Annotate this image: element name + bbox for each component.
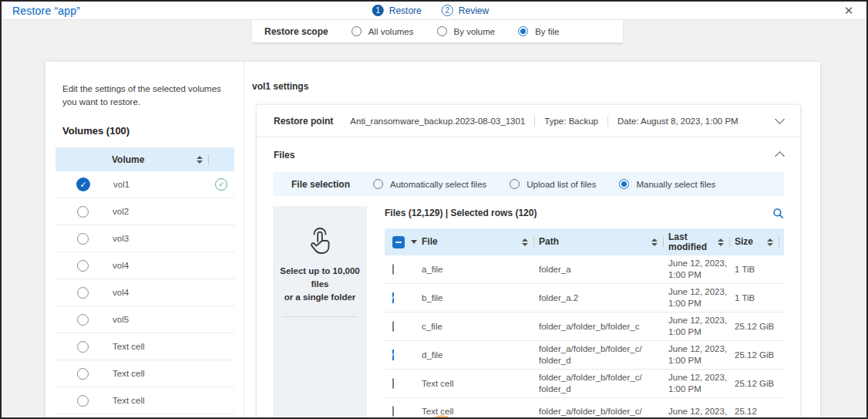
file-row[interactable]: b_file folder_a.2 June 12, 2023, 1:00 PM… [385, 284, 784, 313]
file-name-cell: c_file [422, 319, 539, 335]
file-row[interactable]: c_file folder_a/folder_b/folder_c June 1… [385, 313, 784, 341]
column-header-file[interactable]: File [422, 237, 539, 247]
radio-icon[interactable] [373, 179, 383, 189]
chevron-up-icon [775, 151, 785, 161]
modified-cell: June 12, 2023, 1:00 PM [668, 313, 735, 340]
volume-row[interactable]: Text cell [56, 333, 234, 360]
volume-row[interactable]: vol4 [56, 252, 234, 279]
column-header-modified[interactable]: Last modified [668, 232, 735, 252]
row-checkbox[interactable] [392, 264, 394, 275]
size-cell: 1 TiB [735, 262, 784, 278]
row-checkbox[interactable] [392, 321, 394, 332]
volume-row[interactable]: Text cell [56, 387, 234, 414]
radio-icon[interactable] [619, 179, 629, 189]
volume-row[interactable]: Text cell [56, 360, 234, 387]
files-count-label: Files (12,129) | Selected rows (120) [385, 208, 537, 218]
scope-option-by-volume[interactable]: By volume [437, 26, 496, 36]
sort-icon[interactable] [197, 156, 203, 164]
radio-icon[interactable] [510, 179, 520, 189]
sort-icon[interactable] [718, 238, 724, 246]
step-review[interactable]: 2 Review [442, 5, 489, 16]
volumes-description: Edit the settings of the selected volume… [62, 83, 227, 109]
file-name-cell: b_file [422, 290, 539, 306]
select-all-checkbox[interactable] [392, 236, 405, 248]
column-divider[interactable] [729, 237, 730, 247]
volumes-panel: Edit the settings of the selected volume… [45, 62, 244, 419]
files-collapse-button[interactable] [776, 150, 783, 160]
restore-scope-bar: Restore scope All volumes By volume By f… [252, 20, 623, 42]
file-selection-option-manual[interactable]: Manually select files [619, 179, 715, 189]
row-checkbox[interactable] [392, 292, 394, 303]
file-name-cell: d_file [422, 347, 539, 363]
select-all-cell [385, 236, 422, 248]
row-checkbox[interactable] [392, 350, 394, 360]
modified-cell: June 12, 2023, 1:00 PM [668, 370, 735, 397]
volume-radio[interactable] [77, 287, 89, 299]
volumes-table: Volume vol1 vol2 vol3 [56, 147, 234, 414]
restore-point-expand-button[interactable] [776, 119, 783, 123]
modified-cell: June 12, 2023, 1:00 PM [668, 255, 735, 283]
volume-radio[interactable] [77, 206, 89, 218]
hint-text: Select up to 10,000 files or a single fo… [273, 265, 367, 304]
search-button[interactable] [772, 208, 784, 219]
value-divider [534, 116, 535, 127]
sort-icon[interactable] [522, 238, 528, 246]
sort-icon[interactable] [651, 238, 658, 246]
dialog-header: Restore “app” 1 Restore 2 Review [2, 2, 866, 20]
step-label: Restore [389, 5, 422, 16]
file-selection-option-automatic[interactable]: Automatically select files [373, 179, 486, 189]
file-row[interactable]: Text cell folder_a/folder_b/folder_c/ fo… [385, 370, 784, 398]
file-row[interactable]: a_file folder_a June 12, 2023, 1:00 PM 1… [385, 255, 784, 284]
path-cell: folder_a/folder_b/folder_c/ folder_d [539, 341, 668, 369]
column-divider[interactable] [208, 154, 209, 164]
files-section-header: Files [257, 137, 800, 172]
scope-option-all-volumes[interactable]: All volumes [352, 26, 414, 36]
restore-point-type: Type: Backup [544, 117, 598, 126]
column-header-size[interactable]: Size [735, 237, 784, 247]
step-label: Review [459, 5, 489, 16]
radio-icon[interactable] [352, 26, 362, 36]
wizard-stepper: 1 Restore 2 Review [372, 5, 489, 16]
close-icon[interactable] [842, 4, 856, 18]
sort-icon[interactable] [767, 238, 773, 246]
volume-radio[interactable] [76, 177, 90, 191]
modified-cell: June 12, 2023, 1:00 PM [668, 341, 735, 369]
row-checkbox[interactable] [392, 406, 394, 417]
files-body: Select up to 10,000 files or a single fo… [257, 196, 800, 419]
size-cell: 1 TiB [735, 290, 784, 306]
path-cell: folder_a/folder_b/folder_c/ folder_d [539, 370, 668, 397]
volume-row[interactable]: vol1 [56, 171, 234, 198]
radio-icon[interactable] [518, 26, 528, 36]
files-table-header: File Path Last modified [385, 228, 784, 255]
main-card: Edit the settings of the selected volume… [45, 62, 820, 419]
select-dropdown-caret-icon[interactable] [411, 240, 417, 244]
row-checkbox[interactable] [392, 378, 394, 389]
volume-radio[interactable] [77, 368, 89, 380]
files-table-summary: Files (12,129) | Selected rows (120) [385, 206, 784, 220]
step-restore[interactable]: 1 Restore [372, 5, 422, 16]
restore-point-date: Date: August 8, 2023, 1:00 PM [617, 117, 738, 126]
file-selection-option-upload[interactable]: Upload list of files [510, 179, 596, 189]
settings-panel: vol1 settings Restore point Anti_ransomw… [244, 62, 820, 419]
volume-radio[interactable] [77, 233, 89, 245]
volume-row[interactable]: vol5 [56, 306, 234, 333]
volume-row[interactable]: vol3 [56, 225, 234, 252]
volume-column-header: Volume [112, 154, 144, 165]
path-cell: folder_a/folder_b/folder_c [539, 319, 668, 335]
radio-icon[interactable] [437, 26, 447, 36]
scope-option-by-file[interactable]: By file [518, 26, 559, 36]
file-selection-bar: File selection Automatically select file… [273, 172, 784, 196]
file-row[interactable]: d_file folder_a/folder_b/folder_c/ folde… [385, 341, 784, 370]
column-divider[interactable] [779, 237, 779, 247]
column-divider[interactable] [663, 237, 664, 247]
hint-divider [282, 316, 358, 317]
volume-row[interactable]: vol4 [56, 279, 234, 306]
volume-radio[interactable] [77, 260, 89, 272]
volume-row[interactable]: vol2 [56, 198, 234, 225]
volume-radio[interactable] [77, 314, 89, 326]
volume-radio[interactable] [77, 395, 89, 407]
column-divider[interactable] [533, 237, 534, 247]
file-name-cell: a_file [422, 262, 539, 278]
volume-radio[interactable] [77, 341, 89, 353]
column-header-path[interactable]: Path [539, 237, 668, 247]
